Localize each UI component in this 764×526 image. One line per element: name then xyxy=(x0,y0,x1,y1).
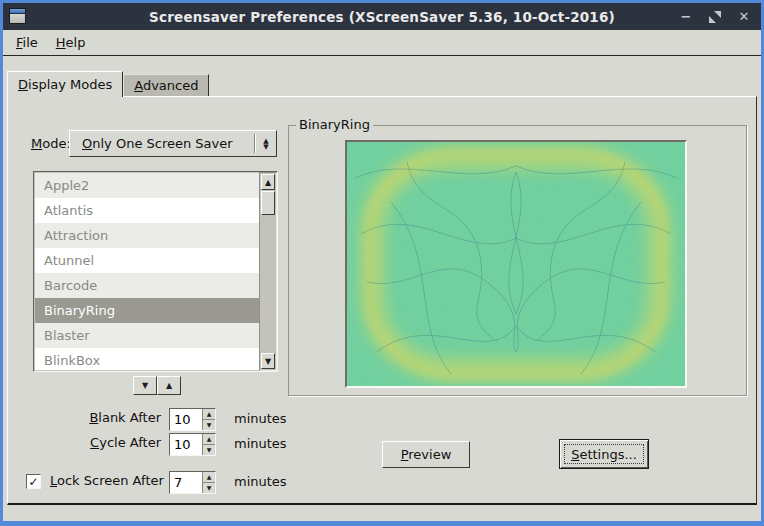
preview-button-label: Preview xyxy=(401,447,452,462)
window-title: Screensaver Preferences (XScreenSaver 5.… xyxy=(149,9,615,25)
scrollbar-up-button[interactable]: ▲ xyxy=(261,174,275,190)
mode-dropdown-value: Only One Screen Saver xyxy=(70,136,254,151)
lock-screen-spin-buttons: ▲ ▼ xyxy=(202,472,215,493)
scrollbar-down-button[interactable]: ▼ xyxy=(261,353,275,369)
list-item-blaster[interactable]: Blaster xyxy=(35,323,261,348)
close-button[interactable]: ✕ xyxy=(735,8,753,26)
list-item-blinkbox[interactable]: BlinkBox xyxy=(35,348,261,370)
menubar: File Help xyxy=(3,30,761,56)
menu-file[interactable]: File xyxy=(7,33,47,52)
mode-dropdown[interactable]: Only One Screen Saver ▲ ▼ xyxy=(69,130,277,157)
lock-screen-row: ✓ Lock Screen After ▲ ▼ minutes xyxy=(8,471,308,493)
list-item-binaryring[interactable]: BinaryRing xyxy=(35,298,261,323)
move-up-button[interactable]: ▲ xyxy=(157,376,181,395)
titlebar: Screensaver Preferences (XScreenSaver 5.… xyxy=(3,3,761,30)
lock-screen-spinbox: ▲ ▼ xyxy=(169,471,216,494)
screensaver-preview-image xyxy=(345,140,687,388)
list-scrollbar[interactable]: ▲ ▼ xyxy=(259,172,277,371)
blank-after-input[interactable] xyxy=(170,409,202,430)
notebook-tabs: Display Modes Advanced xyxy=(7,71,209,96)
tab-display-modes[interactable]: Display Modes xyxy=(7,71,123,97)
list-item-atlantis[interactable]: Atlantis xyxy=(35,198,261,223)
list-item-barcode[interactable]: Barcode xyxy=(35,273,261,298)
dropdown-arrows-icon: ▲ ▼ xyxy=(256,138,276,150)
cycle-after-input[interactable] xyxy=(170,434,202,455)
blank-after-spinbox: ▲ ▼ xyxy=(169,408,216,431)
minimize-button[interactable]: − xyxy=(677,8,695,26)
menu-help[interactable]: Help xyxy=(47,33,95,52)
maximize-icon xyxy=(709,11,721,23)
scrollbar-thumb[interactable] xyxy=(261,191,275,215)
down-arrow-icon: ▼ xyxy=(142,381,148,390)
cycle-after-spinbox: ▲ ▼ xyxy=(169,433,216,456)
window-icon xyxy=(9,8,26,24)
screensaver-list: Apple2 Atlantis Attraction Atunnel Barco… xyxy=(33,171,278,372)
spin-up-button[interactable]: ▲ xyxy=(203,409,215,420)
cycle-after-row: Cycle After ▲ ▼ minutes xyxy=(8,433,308,455)
lock-screen-label: Lock Screen After xyxy=(50,473,164,488)
lock-screen-input[interactable] xyxy=(170,472,202,493)
blank-after-label: Blank After xyxy=(8,410,161,425)
move-down-button[interactable]: ▼ xyxy=(133,376,157,395)
spin-up-button[interactable]: ▲ xyxy=(203,472,215,483)
lock-screen-checkbox[interactable]: ✓ xyxy=(26,474,41,489)
mode-label: Mode: xyxy=(31,136,71,151)
display-modes-page: Mode: Only One Screen Saver ▲ ▼ Apple2 A… xyxy=(7,96,757,505)
checkmark-icon: ✓ xyxy=(28,475,38,489)
close-icon: ✕ xyxy=(739,9,750,24)
spin-down-button[interactable]: ▼ xyxy=(203,420,215,430)
preview-group-label: BinaryRing xyxy=(296,117,373,132)
lock-screen-unit: minutes xyxy=(234,474,287,489)
preview-group-box: BinaryRing xyxy=(288,125,747,396)
window-controls: − ✕ xyxy=(677,3,753,30)
blank-after-unit: minutes xyxy=(234,411,287,426)
up-arrow-icon: ▲ xyxy=(265,178,271,187)
tab-advanced[interactable]: Advanced xyxy=(123,74,209,96)
settings-button[interactable]: Settings... xyxy=(559,439,649,469)
maximize-button[interactable] xyxy=(706,8,724,26)
settings-button-label: Settings... xyxy=(571,447,637,462)
screensaver-list-rows: Apple2 Atlantis Attraction Atunnel Barco… xyxy=(35,173,261,370)
cycle-after-unit: minutes xyxy=(234,436,287,451)
up-arrow-icon: ▲ xyxy=(166,381,172,390)
down-arrow-icon: ▼ xyxy=(265,357,271,366)
spin-up-button[interactable]: ▲ xyxy=(203,434,215,445)
xscreensaver-preferences-window: Screensaver Preferences (XScreenSaver 5.… xyxy=(0,0,764,526)
list-item-attraction[interactable]: Attraction xyxy=(35,223,261,248)
minimize-icon: − xyxy=(681,9,692,24)
list-item-atunnel[interactable]: Atunnel xyxy=(35,248,261,273)
preview-button[interactable]: Preview xyxy=(382,441,470,468)
spin-down-button[interactable]: ▼ xyxy=(203,483,215,493)
spin-down-button[interactable]: ▼ xyxy=(203,445,215,455)
blank-after-spin-buttons: ▲ ▼ xyxy=(202,409,215,430)
cycle-after-spin-buttons: ▲ ▼ xyxy=(202,434,215,455)
settings-button-focus-ring: Settings... xyxy=(564,444,644,464)
list-item-apple2[interactable]: Apple2 xyxy=(35,173,261,198)
cycle-after-label: Cycle After xyxy=(8,435,161,450)
blank-after-row: Blank After ▲ ▼ minutes xyxy=(8,408,308,430)
list-nav-buttons: ▼ ▲ xyxy=(133,376,181,395)
